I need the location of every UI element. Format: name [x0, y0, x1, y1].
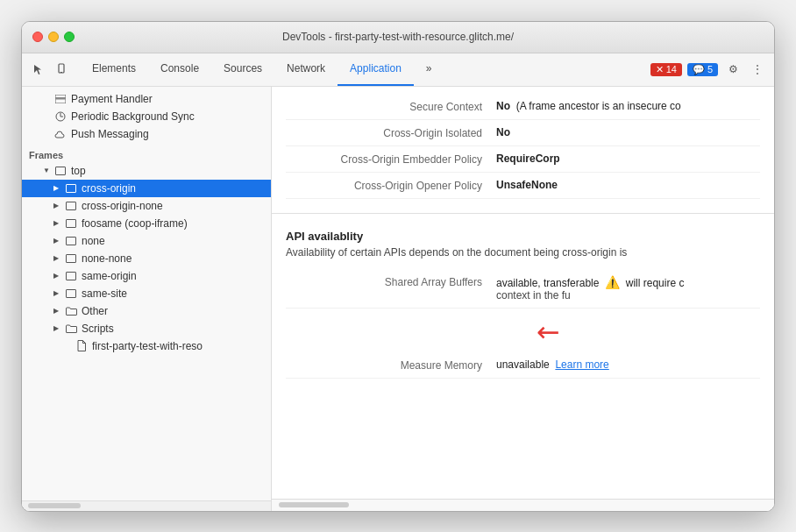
sidebar-item-none-none[interactable]: ▶ none-none: [22, 250, 271, 267]
spacer-icon2: [43, 112, 52, 121]
api-info-table: Shared Array Buffers available, transfer…: [272, 262, 774, 386]
title-bar: DevTools - first-party-test-with-resourc…: [22, 22, 774, 53]
frame-icon2: [65, 200, 77, 212]
red-arrow-icon: ↙: [529, 312, 570, 352]
frame-icon-top: [54, 165, 67, 177]
svg-rect-0: [59, 64, 64, 73]
messages-count: 5: [707, 64, 713, 74]
info-row-coop: Cross-Origin Opener Policy UnsafeNone: [286, 173, 760, 199]
spacer-icon: [43, 95, 52, 103]
panel-hscrollbar[interactable]: [279, 502, 349, 507]
measure-memory-value: unavailable Learn more: [496, 358, 760, 371]
more-options-icon[interactable]: ⋮: [748, 60, 767, 79]
sidebar-item-label: Push Messaging: [71, 128, 149, 140]
minimize-button[interactable]: [48, 32, 59, 42]
spacer-icon4: [64, 342, 73, 351]
frames-section-label: Frames: [22, 143, 271, 162]
arrow-right-icon2: ▶: [53, 202, 62, 210]
sidebar-hscrollbar[interactable]: [28, 503, 81, 508]
sidebar-item-label: Scripts: [82, 323, 114, 335]
cursor-icon[interactable]: [29, 60, 48, 79]
errors-count: 14: [666, 64, 677, 74]
sidebar-item-first-party-file[interactable]: first-party-test-with-reso: [22, 337, 271, 355]
sidebar-scroll[interactable]: Payment Handler Periodic Background Sync…: [22, 87, 271, 500]
sidebar-item-label: foosame (coop-iframe): [82, 217, 188, 230]
frame-icon6: [65, 270, 77, 282]
sidebar: Payment Handler Periodic Background Sync…: [22, 87, 272, 511]
svg-rect-9: [67, 202, 76, 209]
svg-rect-1: [60, 72, 62, 73]
folder-icon2: [65, 323, 77, 335]
arrow-right-icon6: ▶: [53, 272, 62, 280]
svg-rect-7: [56, 167, 66, 174]
close-button[interactable]: [32, 32, 43, 42]
traffic-lights: [32, 32, 75, 42]
warning-icon: ⚠️: [605, 275, 620, 289]
api-section-desc: Availability of certain APIs depends on …: [286, 246, 760, 259]
messages-badge[interactable]: 💬 5: [687, 63, 718, 76]
tab-application[interactable]: Application: [338, 53, 414, 86]
sidebar-item-top[interactable]: ▼ top: [22, 162, 271, 180]
sidebar-item-label: top: [71, 165, 86, 177]
sidebar-item-same-origin[interactable]: ▶ same-origin: [22, 267, 271, 285]
panel-content[interactable]: Secure Context No (A frame ancestor is a…: [272, 87, 774, 499]
shared-array-value: available, transferable ⚠️ will require …: [496, 275, 760, 301]
tab-console[interactable]: Console: [148, 53, 211, 86]
sidebar-bottom: [22, 500, 271, 511]
arrow-right-icon3: ▶: [53, 219, 62, 228]
cross-origin-isolated-label: Cross-Origin Isolated: [286, 126, 496, 139]
sidebar-item-cross-origin[interactable]: ▶ cross-origin: [22, 180, 271, 197]
svg-rect-3: [55, 97, 66, 100]
sidebar-item-same-site[interactable]: ▶ same-site: [22, 285, 271, 302]
coop-label: Cross-Origin Opener Policy: [286, 179, 496, 192]
sidebar-item-label: first-party-test-with-reso: [92, 340, 203, 352]
info-table: Secure Context No (A frame ancestor is a…: [272, 87, 774, 206]
api-section-header: API availablity Availability of certain …: [272, 221, 774, 262]
errors-badge[interactable]: ✕ 14: [650, 63, 682, 76]
sidebar-item-label: Periodic Background Sync: [71, 110, 195, 123]
api-section-title: API availablity: [286, 230, 760, 243]
frame-icon7: [65, 287, 77, 300]
arrow-right-icon7: ▶: [53, 289, 62, 298]
right-panel: Secure Context No (A frame ancestor is a…: [272, 87, 774, 511]
sidebar-item-cross-origin-none[interactable]: ▶ cross-origin-none: [22, 197, 271, 215]
settings-icon[interactable]: ⚙: [723, 60, 743, 79]
sidebar-item-label: Payment Handler: [71, 93, 153, 105]
divider: [272, 213, 774, 214]
learn-more-link[interactable]: Learn more: [555, 358, 608, 371]
device-icon[interactable]: [52, 60, 71, 79]
sidebar-item-label: none-none: [82, 252, 131, 265]
sidebar-item-foosame[interactable]: ▶ foosame (coop-iframe): [22, 215, 271, 232]
frame-icon: [65, 182, 77, 195]
tab-elements[interactable]: Elements: [80, 53, 148, 86]
tab-sources[interactable]: Sources: [211, 53, 274, 86]
folder-icon: [65, 305, 77, 317]
svg-rect-12: [67, 254, 76, 262]
sidebar-item-other[interactable]: ▶ Other: [22, 302, 271, 320]
sidebar-item-none[interactable]: ▶ none: [22, 232, 271, 250]
measure-memory-label: Measure Memory: [286, 358, 496, 372]
svg-rect-13: [67, 272, 76, 280]
sidebar-item-push-messaging[interactable]: Push Messaging: [22, 125, 271, 143]
svg-rect-14: [67, 289, 76, 297]
toolbar: Elements Console Sources Network Applica…: [22, 53, 774, 87]
secure-context-label: Secure Context: [286, 100, 496, 113]
frame-icon3: [65, 217, 77, 230]
frame-icon4: [65, 235, 77, 247]
sidebar-item-payment-handler[interactable]: Payment Handler: [22, 90, 271, 108]
tab-network[interactable]: Network: [274, 53, 338, 86]
secure-context-value: No (A frame ancestor is an insecure co: [496, 100, 760, 112]
tab-list: Elements Console Sources Network Applica…: [80, 53, 649, 86]
svg-rect-10: [67, 219, 76, 227]
cross-origin-isolated-value: No: [496, 126, 760, 138]
clock-icon: [54, 110, 67, 123]
sidebar-item-periodic-bg-sync[interactable]: Periodic Background Sync: [22, 108, 271, 125]
sidebar-item-scripts[interactable]: ▶ Scripts: [22, 320, 271, 337]
arrow-down-icon: ▼: [43, 167, 52, 175]
panel-bottom: [272, 499, 774, 511]
maximize-button[interactable]: [64, 32, 75, 42]
sidebar-item-label: same-site: [82, 287, 127, 300]
sidebar-item-label: Other: [82, 305, 108, 317]
frame-icon5: [65, 252, 77, 265]
tab-more[interactable]: »: [414, 53, 444, 86]
